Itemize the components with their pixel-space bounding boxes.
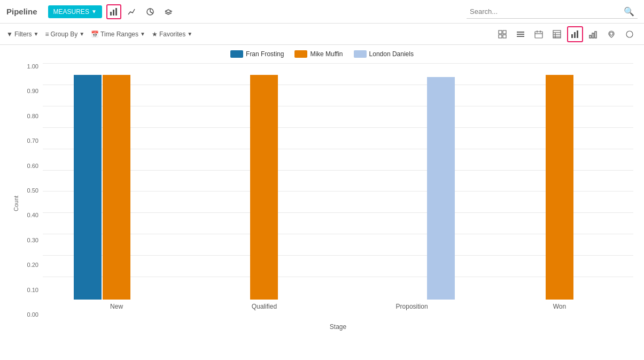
svg-rect-23 — [574, 32, 576, 38]
y-tick: 1.00 — [27, 63, 38, 70]
svg-rect-24 — [577, 30, 578, 38]
stage-group — [338, 77, 486, 300]
filters-chevron: ▼ — [34, 31, 39, 37]
right-icons — [494, 26, 638, 42]
filter-icon-symbol: ▼ — [6, 30, 13, 38]
favorites-button[interactable]: ★ Favorites ▼ — [152, 30, 192, 38]
svg-rect-0 — [110, 12, 112, 16]
time-ranges-label: Time Ranges — [100, 30, 138, 38]
chart-bar[interactable] — [103, 75, 130, 300]
y-tick: 0.10 — [27, 287, 38, 293]
legend-item: London Daniels — [354, 50, 414, 58]
x-axis: NewQualifiedPropositionWon — [43, 300, 633, 322]
chart-plot-area: NewQualifiedPropositionWon Stage — [43, 63, 633, 331]
x-axis-title: Stage — [43, 323, 633, 331]
group-by-chevron: ▼ — [79, 31, 84, 37]
x-axis-label: New — [43, 303, 190, 310]
favorites-chevron: ▼ — [187, 31, 192, 37]
legend-item: Fran Frosting — [230, 50, 284, 58]
group-by-icon: ≡ — [45, 30, 49, 38]
chart-bar[interactable] — [546, 75, 573, 300]
favorites-label: Favorites — [159, 30, 185, 38]
svg-rect-26 — [592, 33, 594, 38]
svg-rect-10 — [517, 32, 524, 33]
bar-chart-icon[interactable] — [106, 4, 121, 19]
search-box[interactable]: 🔍 — [467, 5, 638, 19]
y-axis: 0.000.100.200.300.400.500.600.700.800.90… — [21, 63, 43, 331]
stage-group — [43, 75, 190, 300]
measures-label: MEASURES — [53, 8, 89, 16]
y-tick: 0.50 — [27, 187, 38, 194]
y-tick: 0.70 — [27, 137, 38, 144]
chart-bar[interactable] — [250, 75, 278, 300]
chart-bar[interactable] — [427, 77, 455, 300]
top-bar: Pipeline MEASURES ▼ — [0, 0, 644, 24]
app-title: Pipeline — [6, 7, 37, 16]
filter-group: ▼ Filters ▼ ≡ Group By ▼ 📅 Time Ranges ▼… — [6, 30, 192, 38]
list-view-icon[interactable] — [513, 26, 529, 42]
svg-line-5 — [150, 12, 153, 13]
calendar-view-icon[interactable] — [531, 26, 547, 42]
x-axis-label: Won — [486, 303, 633, 310]
filters-label: Filters — [14, 30, 32, 38]
line-chart-view-icon[interactable] — [585, 26, 601, 42]
bar-chart-view-icon[interactable] — [567, 26, 583, 42]
svg-rect-27 — [595, 32, 596, 38]
svg-point-28 — [610, 32, 613, 35]
table-view-icon[interactable] — [549, 26, 565, 42]
search-input[interactable] — [470, 7, 624, 16]
filters-button[interactable]: ▼ Filters ▼ — [6, 30, 38, 38]
grid-view-icon[interactable] — [494, 26, 510, 42]
x-axis-label: Proposition — [338, 303, 486, 310]
time-ranges-button[interactable]: 📅 Time Ranges ▼ — [91, 30, 145, 38]
y-label-text: Count — [13, 195, 19, 211]
search-icon: 🔍 — [624, 6, 634, 17]
layers-icon[interactable] — [161, 4, 176, 19]
x-axis-label: Qualified — [190, 303, 338, 310]
time-ranges-chevron: ▼ — [140, 31, 145, 37]
svg-rect-7 — [503, 30, 506, 34]
legend-item: Mike Muffin — [294, 50, 343, 58]
svg-rect-6 — [499, 30, 502, 34]
measures-button[interactable]: MEASURES ▼ — [48, 5, 102, 18]
legend-label: Mike Muffin — [310, 50, 343, 58]
svg-rect-12 — [517, 36, 524, 37]
legend-color — [230, 50, 243, 58]
stage-group — [486, 75, 633, 300]
legend-color — [294, 50, 307, 58]
group-by-button[interactable]: ≡ Group By ▼ — [45, 30, 84, 38]
toolbar-icons — [106, 4, 176, 19]
legend-label: Fran Frosting — [246, 50, 284, 58]
svg-point-29 — [626, 31, 633, 37]
y-tick: 0.20 — [27, 262, 38, 268]
legend-color — [354, 50, 367, 58]
y-tick: 0.90 — [27, 88, 38, 94]
group-by-label: Group By — [50, 30, 77, 38]
chart-legend: Fran FrostingMike MuffinLondon Daniels — [11, 50, 633, 58]
chart-wrapper: Count 0.000.100.200.300.400.500.600.700.… — [11, 63, 633, 331]
y-tick: 0.30 — [27, 237, 38, 243]
measures-arrow: ▼ — [91, 9, 97, 14]
second-bar: ▼ Filters ▼ ≡ Group By ▼ 📅 Time Ranges ▼… — [0, 24, 644, 45]
bars-and-grid — [43, 63, 633, 300]
svg-rect-25 — [589, 35, 591, 38]
calendar-icon: 📅 — [91, 30, 99, 38]
svg-rect-11 — [517, 34, 524, 35]
map-view-icon[interactable] — [603, 26, 619, 42]
y-tick: 0.40 — [27, 212, 38, 218]
bars-row — [43, 63, 633, 300]
svg-rect-8 — [499, 35, 502, 38]
line-chart-icon[interactable] — [125, 4, 139, 19]
legend-label: London Daniels — [369, 50, 414, 58]
chart-bar[interactable] — [74, 75, 102, 300]
y-tick: 0.60 — [27, 163, 38, 169]
pie-chart-icon[interactable] — [143, 4, 158, 19]
settings-view-icon[interactable] — [622, 26, 638, 42]
star-icon: ★ — [152, 30, 158, 38]
svg-rect-13 — [535, 32, 542, 38]
stage-group — [190, 75, 338, 300]
svg-rect-9 — [503, 35, 506, 38]
svg-rect-22 — [571, 34, 573, 38]
y-tick: 0.00 — [27, 311, 38, 318]
svg-rect-2 — [115, 8, 117, 16]
